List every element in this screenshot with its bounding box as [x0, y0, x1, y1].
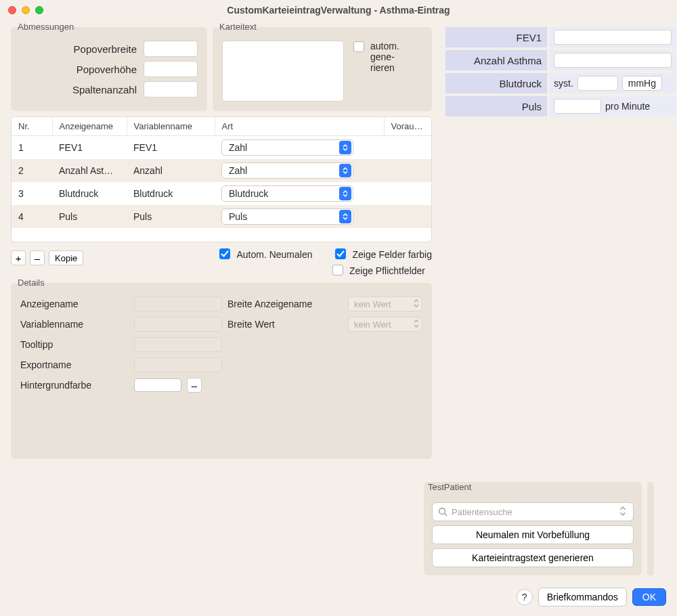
chevron-updown-icon [414, 320, 419, 330]
art-select[interactable]: Zahl [221, 162, 353, 179]
cell-anzeigename: FEV1 [52, 136, 127, 160]
header-vorausfuellen[interactable]: Voraus… [384, 117, 431, 136]
bottom-bar: ? Briefkommandos OK [517, 588, 666, 607]
puls-input[interactable] [554, 99, 601, 114]
preview-input[interactable] [554, 30, 672, 45]
help-button[interactable]: ? [517, 589, 533, 605]
cell-vorausfuellen [384, 182, 431, 205]
preview-label: FEV1 [445, 27, 547, 47]
zoom-window-button[interactable] [35, 6, 43, 14]
cell-nr: 2 [12, 159, 52, 182]
hintergrundfarbe-clear-button[interactable]: – [187, 378, 202, 393]
search-icon [438, 507, 447, 516]
autom-neumalen-label: Autom. Neumalen [236, 249, 312, 260]
briefkommandos-button[interactable]: Briefkommandos [538, 588, 627, 607]
zeige-pflicht-label: Zeige Pflichtfelder [349, 265, 425, 276]
breite-wert-label: Breite Wert [227, 319, 343, 330]
chevron-updown-icon [339, 210, 351, 223]
preview-label: Blutdruck [445, 73, 547, 93]
cell-anzeigename: Puls [52, 205, 127, 228]
art-select[interactable]: Puls [221, 208, 353, 225]
fields-table: Nr. Anzeigename Variablenname Art Voraus… [11, 116, 432, 242]
add-row-button[interactable]: + [11, 250, 26, 265]
blutdruck-unit: mmHg [622, 76, 662, 91]
autogenerieren-checkbox[interactable] [353, 41, 364, 52]
table-row[interactable]: 4PulsPulsPuls [12, 205, 431, 228]
cell-anzeigename: Blutdruck [52, 182, 127, 205]
cell-art: Zahl [215, 136, 384, 160]
anzeigename-label: Anzeigename [20, 299, 129, 309]
header-nr[interactable]: Nr. [12, 117, 52, 136]
table-row[interactable]: 1FEV1FEV1Zahl [12, 136, 431, 160]
popoverbreite-label: Popoverbreite [74, 43, 137, 55]
chevron-updown-icon [618, 506, 628, 518]
autom-neumalen-checkbox[interactable] [219, 248, 230, 259]
kopie-button[interactable]: Kopie [49, 250, 83, 265]
table-row[interactable]: 2Anzahl Ast…AnzahlZahl [12, 159, 431, 182]
popoverhoehe-label: Popoverhöhe [77, 64, 137, 75]
preview-area: FEV1Anzahl AsthmaBlutdrucksyst.mmHgPulsp… [445, 27, 676, 116]
breite-wert-select: kein Wert [348, 317, 422, 332]
cell-variablenname: Puls [127, 205, 215, 228]
variablenname-label: Variablenname [20, 319, 129, 330]
cell-art: Zahl [215, 159, 384, 182]
cell-nr: 4 [12, 205, 52, 228]
exportname-input[interactable] [134, 357, 222, 372]
window-title: CustomKarteieintragVerwaltung - Asthma-E… [0, 5, 677, 16]
anzeigename-input[interactable] [134, 296, 222, 311]
details-panel: Details Anzeigename Breite Anzeigename k… [11, 283, 432, 459]
zeige-pflicht-checkbox[interactable] [332, 265, 343, 276]
test-patient-sidebar [647, 482, 654, 575]
blutdruck-prefix: syst. [554, 78, 573, 89]
table-row[interactable]: 3BlutdruckBlutdruckBlutdruck [12, 182, 431, 205]
test-patient-section: TestPatient Patientensuche Neumalen mit … [424, 482, 654, 575]
ok-button[interactable]: OK [632, 588, 666, 606]
minimize-window-button[interactable] [22, 6, 30, 14]
art-select[interactable]: Zahl [221, 139, 353, 156]
blutdruck-syst-input[interactable] [577, 76, 618, 91]
preview-row: FEV1 [445, 27, 676, 47]
karteitext-legend: Karteitext [219, 22, 257, 32]
window-controls [8, 6, 43, 14]
variablenname-input[interactable] [134, 317, 222, 332]
preview-value: pro Minute [550, 96, 676, 116]
art-select[interactable]: Blutdruck [221, 185, 353, 202]
cell-anzeigename: Anzahl Ast… [52, 159, 127, 182]
karteitext-textarea[interactable] [222, 41, 344, 102]
exportname-label: Exportname [20, 359, 129, 370]
remove-row-button[interactable]: – [30, 250, 45, 265]
svg-point-0 [439, 508, 445, 514]
zeige-pflicht-control[interactable]: Zeige Pflichtfelder [330, 264, 425, 278]
hintergrundfarbe-swatch[interactable] [134, 378, 181, 392]
header-variablenname[interactable]: Variablenname [127, 117, 215, 136]
header-anzeigename[interactable]: Anzeigename [52, 117, 127, 136]
preview-row: Pulspro Minute [445, 96, 676, 116]
preview-row: Blutdrucksyst.mmHg [445, 73, 676, 93]
zeige-farbig-checkbox[interactable] [335, 248, 346, 259]
karteitext-panel: Karteitext autom.gene-rieren [213, 27, 432, 111]
spaltenanzahl-input[interactable] [144, 81, 198, 97]
spaltenanzahl-label: Spaltenanzahl [72, 84, 137, 95]
autogenerieren-control[interactable]: autom.gene-rieren [351, 41, 399, 73]
popoverbreite-input[interactable] [144, 41, 198, 57]
puls-unit: pro Minute [605, 101, 650, 112]
header-art[interactable]: Art [215, 117, 384, 136]
details-legend: Details [18, 278, 45, 288]
chevron-updown-icon [414, 299, 419, 309]
cell-vorausfuellen [384, 159, 431, 182]
generieren-button[interactable]: Karteieintragstext generieren [432, 548, 634, 567]
table-header-row: Nr. Anzeigename Variablenname Art Voraus… [12, 117, 431, 136]
preview-value [550, 50, 676, 70]
popoverhoehe-input[interactable] [144, 61, 198, 77]
chevron-updown-icon [339, 141, 351, 154]
patientensuche-placeholder: Patientensuche [452, 507, 512, 517]
cell-variablenname: Blutdruck [127, 182, 215, 205]
patientensuche-field[interactable]: Patientensuche [432, 502, 634, 521]
preview-input[interactable] [554, 53, 672, 68]
tooltipp-input[interactable] [134, 337, 222, 352]
neumalen-button[interactable]: Neumalen mit Vorbefüllung [432, 525, 634, 544]
autom-neumalen-control[interactable]: Autom. Neumalen [217, 248, 312, 261]
cell-variablenname: Anzahl [127, 159, 215, 182]
zeige-farbig-control[interactable]: Zeige Felder farbig [332, 248, 432, 261]
close-window-button[interactable] [8, 6, 16, 14]
